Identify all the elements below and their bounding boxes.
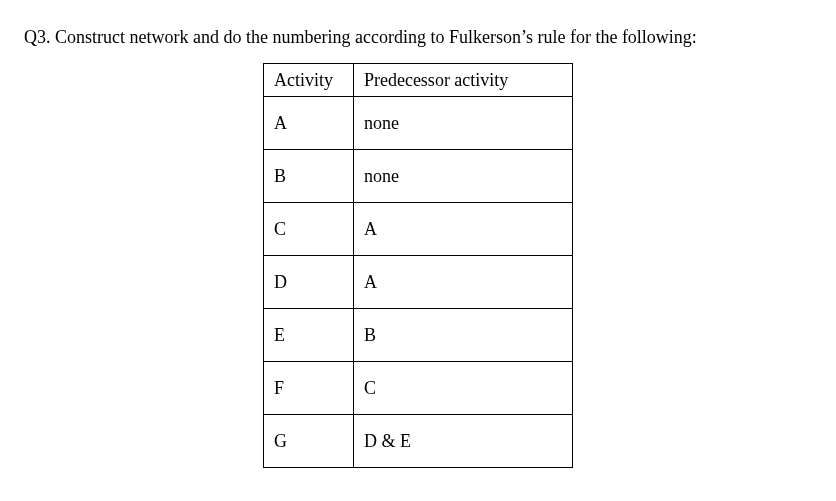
page: Q3. Construct network and do the numberi…: [0, 0, 836, 468]
table-row: G D & E: [264, 415, 573, 468]
cell-predecessor: none: [353, 150, 572, 203]
table-container: Activity Predecessor activity A none B n…: [24, 63, 812, 468]
table-row: C A: [264, 203, 573, 256]
table-header-row: Activity Predecessor activity: [264, 64, 573, 97]
cell-predecessor: A: [353, 256, 572, 309]
cell-predecessor: C: [353, 362, 572, 415]
table-row: D A: [264, 256, 573, 309]
header-predecessor: Predecessor activity: [353, 64, 572, 97]
table-row: E B: [264, 309, 573, 362]
header-activity: Activity: [264, 64, 354, 97]
activity-table: Activity Predecessor activity A none B n…: [263, 63, 573, 468]
question-text: Q3. Construct network and do the numberi…: [24, 26, 812, 49]
cell-activity: F: [264, 362, 354, 415]
cell-activity: A: [264, 97, 354, 150]
cell-activity: G: [264, 415, 354, 468]
cell-predecessor: B: [353, 309, 572, 362]
cell-predecessor: none: [353, 97, 572, 150]
cell-activity: D: [264, 256, 354, 309]
table-row: A none: [264, 97, 573, 150]
cell-activity: C: [264, 203, 354, 256]
table-row: B none: [264, 150, 573, 203]
cell-activity: B: [264, 150, 354, 203]
cell-predecessor: D & E: [353, 415, 572, 468]
cell-predecessor: A: [353, 203, 572, 256]
cell-activity: E: [264, 309, 354, 362]
table-row: F C: [264, 362, 573, 415]
